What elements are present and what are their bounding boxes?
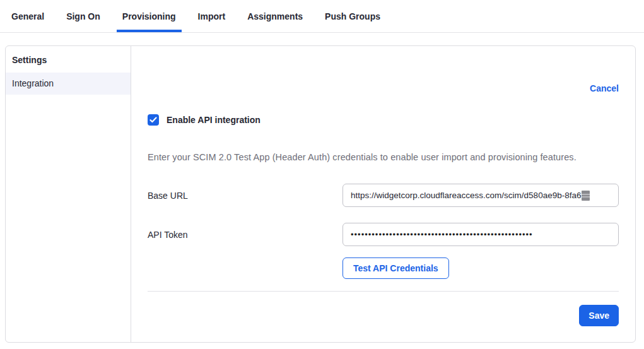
provisioning-panel: Settings Integration Cancel Enable API i… [5,45,636,343]
footer-divider [148,291,619,292]
api-token-label: API Token [148,230,342,240]
base-url-label: Base URL [148,191,342,201]
save-row: Save [148,305,619,326]
text-selection-block [582,191,590,201]
app-tab-bar: General Sign On Provisioning Import Assi… [0,0,644,33]
cancel-link[interactable]: Cancel [590,83,619,93]
credentials-description: Enter your SCIM 2.0 Test App (Header Aut… [148,152,619,162]
enable-api-label: Enable API integration [167,115,261,125]
tab-sign-on[interactable]: Sign On [61,0,106,32]
sidebar-heading: Settings [6,54,131,73]
test-api-credentials-button[interactable]: Test API Credentials [342,257,449,279]
enable-api-row: Enable API integration [148,114,619,126]
api-token-masked-value: ••••••••••••••••••••••••••••••••••••••••… [351,230,533,239]
sidebar-item-integration[interactable]: Integration [6,73,131,95]
base-url-input[interactable]: https://widgetcorp.cloudflareaccess.com/… [342,184,619,207]
tab-import[interactable]: Import [192,0,231,32]
base-url-row: Base URL https://widgetcorp.cloudflareac… [148,184,619,207]
tab-push-groups[interactable]: Push Groups [319,0,386,32]
test-credentials-row: Test API Credentials [148,257,619,279]
save-button[interactable]: Save [579,305,619,326]
integration-settings-content: Cancel Enable API integration Enter your… [131,46,635,342]
api-token-input[interactable]: ••••••••••••••••••••••••••••••••••••••••… [342,223,619,246]
enable-api-checkbox[interactable] [148,114,159,126]
check-icon [149,117,157,123]
settings-sidebar: Settings Integration [6,46,131,342]
tab-assignments[interactable]: Assignments [242,0,308,32]
tab-general[interactable]: General [6,0,50,32]
tab-provisioning[interactable]: Provisioning [117,0,182,32]
base-url-value: https://widgetcorp.cloudflareaccess.com/… [351,191,581,200]
api-token-row: API Token ••••••••••••••••••••••••••••••… [148,223,619,246]
cancel-row: Cancel [148,46,619,95]
